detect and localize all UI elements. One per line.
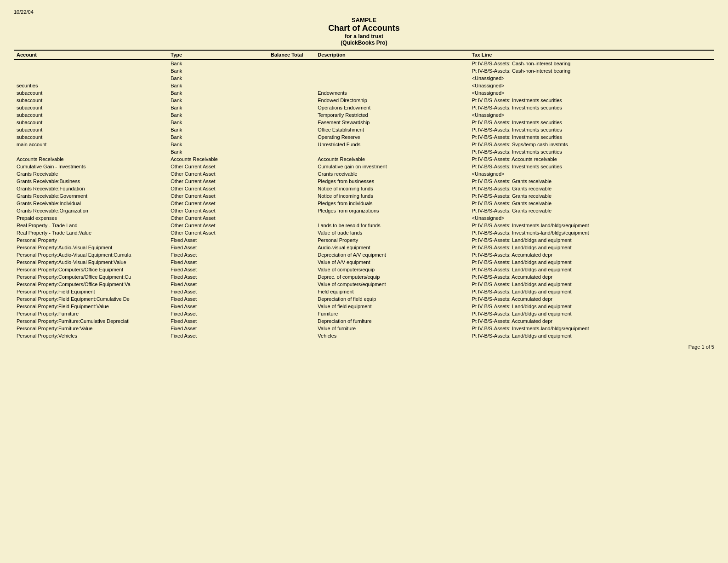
table-row: subaccountBankEndowed DirectorshipPt IV-… <box>14 97 714 104</box>
cell-balance <box>259 310 315 317</box>
cell-account: Personal Property <box>14 236 168 244</box>
cell-balance <box>259 222 315 229</box>
col-header-balance: Balance Total <box>259 50 315 59</box>
cell-description: Temporarily Restricted <box>315 111 469 119</box>
cell-type: Fixed Asset <box>168 325 259 332</box>
cell-taxline: Pt IV-B/S-Assets: Svgs/temp cash invstmt… <box>469 141 714 148</box>
cell-type: Other Current Asset <box>168 192 259 200</box>
cell-balance <box>259 303 315 310</box>
cell-description: Vehicles <box>315 332 469 339</box>
report-title3: for a land trust <box>14 33 714 40</box>
cell-taxline: Pt IV-B/S-Assets: Land/bldgs and equipme… <box>469 236 714 244</box>
cell-account: Personal Property:Furniture <box>14 310 168 317</box>
cell-type: Other Current Asset <box>168 200 259 207</box>
table-row: Real Property - Trade Land:ValueOther Cu… <box>14 229 714 236</box>
col-header-taxline: Tax Line <box>469 50 714 59</box>
cell-account: Personal Property:Computers/Office Equip… <box>14 281 168 288</box>
cell-account: Grants Receivable <box>14 170 168 178</box>
table-row: Personal Property:Field EquipmentFixed A… <box>14 288 714 295</box>
cell-balance <box>259 214 315 222</box>
cell-balance <box>259 119 315 126</box>
table-row: Personal Property:Computers/Office Equip… <box>14 273 714 281</box>
cell-description: Cumulative gain on investment <box>315 163 469 170</box>
cell-type: Bank <box>168 82 259 89</box>
cell-description <box>315 148 469 155</box>
cell-description: Personal Property <box>315 236 469 244</box>
table-row: Personal Property:Audio-Visual Equipment… <box>14 251 714 259</box>
cell-balance <box>259 59 315 67</box>
cell-taxline: Pt IV-B/S-Assets: Investments securities <box>469 104 714 111</box>
cell-description: Pledges from individuals <box>315 200 469 207</box>
cell-balance <box>259 317 315 325</box>
cell-taxline: Pt IV-B/S-Assets: Investments securities <box>469 148 714 155</box>
cell-type: Bank <box>168 89 259 97</box>
cell-account: subaccount <box>14 89 168 97</box>
cell-taxline: Pt IV-B/S-Assets: Investments-land/bldgs… <box>469 222 714 229</box>
cell-balance <box>259 170 315 178</box>
table-row: subaccountBankOperating ReservePt IV-B/S… <box>14 133 714 141</box>
cell-description <box>315 214 469 222</box>
cell-account: Grants Receivable:Business <box>14 178 168 185</box>
cell-balance <box>259 185 315 192</box>
cell-balance <box>259 207 315 214</box>
cell-balance <box>259 178 315 185</box>
table-row: Personal Property:Audio-Visual Equipment… <box>14 244 714 251</box>
cell-account: Accounts Receivable <box>14 155 168 163</box>
cell-account: Personal Property:Audio-Visual Equipment… <box>14 259 168 266</box>
table-row: Real Property - Trade LandOther Current … <box>14 222 714 229</box>
table-row: BankPt IV-B/S-Assets: Investments securi… <box>14 148 714 155</box>
table-row: Personal Property:Computers/Office Equip… <box>14 266 714 273</box>
cell-balance <box>259 259 315 266</box>
cell-type: Bank <box>168 148 259 155</box>
cell-type: Other Current Asset <box>168 214 259 222</box>
cell-type: Bank <box>168 141 259 148</box>
cell-taxline: Pt IV-B/S-Assets: Accumulated depr <box>469 273 714 281</box>
cell-type: Other Current Asset <box>168 185 259 192</box>
cell-type: Bank <box>168 59 259 67</box>
cell-type: Other Current Asset <box>168 163 259 170</box>
cell-balance <box>259 67 315 75</box>
cell-balance <box>259 251 315 259</box>
cell-balance <box>259 229 315 236</box>
cell-account: Prepaid expenses <box>14 214 168 222</box>
cell-description: Furniture <box>315 310 469 317</box>
cell-taxline: Pt IV-B/S-Assets: Investments securities <box>469 126 714 133</box>
cell-type: Fixed Asset <box>168 310 259 317</box>
cell-balance <box>259 332 315 339</box>
cell-account: Grants Receivable:Individual <box>14 200 168 207</box>
cell-type: Fixed Asset <box>168 317 259 325</box>
cell-balance <box>259 126 315 133</box>
cell-taxline: Pt IV-B/S-Assets: Land/bldgs and equipme… <box>469 259 714 266</box>
cell-taxline: Pt IV-B/S-Assets: Investments securities <box>469 97 714 104</box>
table-row: Personal PropertyFixed AssetPersonal Pro… <box>14 236 714 244</box>
cell-account <box>14 67 168 75</box>
table-row: Grants Receivable:OrganizationOther Curr… <box>14 207 714 214</box>
chart-of-accounts-table: Account Type Balance Total Description T… <box>14 50 714 339</box>
cell-balance <box>259 104 315 111</box>
cell-description: Lands to be resold for funds <box>315 222 469 229</box>
cell-taxline: Pt IV-B/S-Assets: Land/bldgs and equipme… <box>469 303 714 310</box>
cell-taxline: Pt IV-B/S-Assets: Cash-non-interest bear… <box>469 67 714 75</box>
cell-taxline: Pt IV-B/S-Assets: Investments securities <box>469 163 714 170</box>
cell-account: Personal Property:Field Equipment:Value <box>14 303 168 310</box>
cell-balance <box>259 155 315 163</box>
cell-type: Other Current Asset <box>168 207 259 214</box>
cell-account: subaccount <box>14 126 168 133</box>
cell-taxline: Pt IV-B/S-Assets: Cash-non-interest bear… <box>469 59 714 67</box>
cell-taxline: Pt IV-B/S-Assets: Land/bldgs and equipme… <box>469 310 714 317</box>
cell-taxline: Pt IV-B/S-Assets: Grants receivable <box>469 192 714 200</box>
table-row: Cumulative Gain - InvestmentsOther Curre… <box>14 163 714 170</box>
cell-account: Personal Property:Computers/Office Equip… <box>14 273 168 281</box>
cell-type: Fixed Asset <box>168 295 259 303</box>
cell-account: Grants Receivable:Government <box>14 192 168 200</box>
report-date: 10/22/04 <box>14 9 714 15</box>
table-row: Personal Property:Field Equipment:Cumula… <box>14 295 714 303</box>
cell-taxline: <Unassigned> <box>469 170 714 178</box>
cell-type: Fixed Asset <box>168 273 259 281</box>
table-row: Prepaid expensesOther Current Asset<Unas… <box>14 214 714 222</box>
table-row: Grants Receivable:GovernmentOther Curren… <box>14 192 714 200</box>
cell-description: Pledges from organizations <box>315 207 469 214</box>
cell-account: Real Property - Trade Land:Value <box>14 229 168 236</box>
table-row: BankPt IV-B/S-Assets: Cash-non-interest … <box>14 59 714 67</box>
cell-account: subaccount <box>14 104 168 111</box>
